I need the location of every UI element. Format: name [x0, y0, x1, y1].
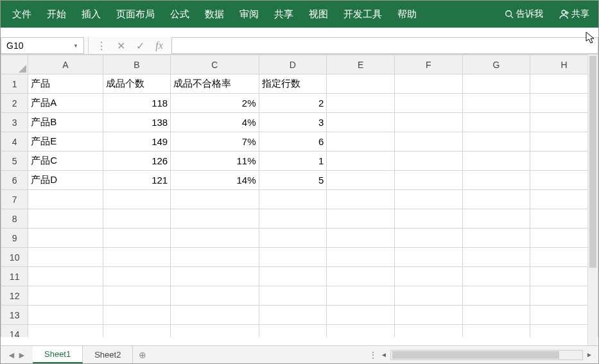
cell[interactable]: [462, 94, 530, 113]
cell[interactable]: [394, 190, 462, 209]
cell[interactable]: [259, 286, 327, 306]
cell[interactable]: 成品不合格率: [171, 74, 259, 94]
cell[interactable]: [259, 306, 327, 325]
cell[interactable]: 3: [259, 113, 327, 132]
cell[interactable]: [462, 171, 530, 190]
cell[interactable]: [28, 209, 103, 229]
cell[interactable]: [327, 74, 395, 94]
cell[interactable]: 5: [259, 171, 327, 190]
cell[interactable]: [171, 190, 259, 209]
cell[interactable]: [103, 209, 171, 229]
cell[interactable]: [171, 286, 259, 306]
cell[interactable]: 产品A: [28, 94, 103, 113]
cell[interactable]: [327, 267, 395, 286]
ribbon-tab-file[interactable]: 文件: [4, 1, 39, 28]
cell[interactable]: [394, 132, 462, 152]
share-button[interactable]: 共享: [553, 8, 595, 20]
scroll-thumb[interactable]: [392, 351, 559, 359]
row-header[interactable]: 10: [1, 248, 28, 267]
cell[interactable]: [394, 325, 462, 338]
cell[interactable]: [462, 306, 530, 325]
cell[interactable]: [103, 229, 171, 248]
row-header[interactable]: 3: [1, 113, 28, 132]
cell[interactable]: 7%: [171, 132, 259, 152]
cell[interactable]: [327, 94, 395, 113]
cell[interactable]: [171, 306, 259, 325]
cell[interactable]: [171, 267, 259, 286]
cell[interactable]: [28, 306, 103, 325]
cell[interactable]: [259, 229, 327, 248]
cell[interactable]: [327, 306, 395, 325]
cell[interactable]: [394, 74, 462, 94]
cell[interactable]: 121: [103, 171, 171, 190]
row-header[interactable]: 11: [1, 267, 28, 286]
ribbon-tab-layout[interactable]: 页面布局: [109, 1, 162, 28]
cell[interactable]: [259, 209, 327, 229]
cell[interactable]: 1: [259, 152, 327, 171]
row-header[interactable]: 5: [1, 152, 28, 171]
ribbon-tab-share[interactable]: 共享: [266, 1, 301, 28]
ribbon-tab-home[interactable]: 开始: [39, 1, 74, 28]
sheet-tab-1[interactable]: Sheet1: [33, 346, 83, 363]
cell[interactable]: 4%: [171, 113, 259, 132]
cell[interactable]: [394, 209, 462, 229]
col-header-B[interactable]: B: [103, 55, 171, 74]
hscroll-left-icon[interactable]: ◄: [379, 350, 389, 360]
col-header-F[interactable]: F: [394, 55, 462, 74]
cell[interactable]: [327, 132, 395, 152]
cell[interactable]: [171, 325, 259, 338]
cell[interactable]: [462, 229, 530, 248]
cell[interactable]: [462, 325, 530, 338]
formula-input[interactable]: [171, 37, 598, 54]
cell[interactable]: [327, 286, 395, 306]
cell[interactable]: [462, 74, 530, 94]
row-header[interactable]: 6: [1, 171, 28, 190]
cell[interactable]: [394, 286, 462, 306]
cell[interactable]: [462, 152, 530, 171]
row-header[interactable]: 14: [1, 325, 28, 338]
cell[interactable]: [28, 229, 103, 248]
cell[interactable]: [103, 190, 171, 209]
cell[interactable]: [462, 190, 530, 209]
cell[interactable]: [259, 248, 327, 267]
cell[interactable]: [103, 325, 171, 338]
cell[interactable]: [103, 248, 171, 267]
vertical-scrollbar[interactable]: [587, 55, 598, 345]
cell[interactable]: 118: [103, 94, 171, 113]
cell[interactable]: [28, 190, 103, 209]
cell[interactable]: [28, 325, 103, 338]
cell[interactable]: [28, 286, 103, 306]
fx-icon[interactable]: fx: [150, 37, 169, 54]
cell[interactable]: 6: [259, 132, 327, 152]
col-header-A[interactable]: A: [28, 55, 103, 74]
cell[interactable]: [327, 171, 395, 190]
cell[interactable]: [327, 190, 395, 209]
cell[interactable]: [462, 267, 530, 286]
cell[interactable]: 产品E: [28, 132, 103, 152]
row-header[interactable]: 8: [1, 209, 28, 229]
cell[interactable]: [394, 306, 462, 325]
spreadsheet-grid[interactable]: A B C D E F G H 1 产品 成品个数 成品不合格率 指定行数 2 …: [1, 55, 598, 337]
cell[interactable]: [394, 94, 462, 113]
cell[interactable]: 指定行数: [259, 74, 327, 94]
col-header-D[interactable]: D: [259, 55, 327, 74]
cell[interactable]: 2: [259, 94, 327, 113]
cell[interactable]: 产品: [28, 74, 103, 94]
hscroll-right-icon[interactable]: ►: [584, 350, 595, 360]
cell[interactable]: [394, 113, 462, 132]
ribbon-tab-help[interactable]: 帮助: [390, 1, 424, 28]
row-header[interactable]: 7: [1, 190, 28, 209]
row-header[interactable]: 4: [1, 132, 28, 152]
cell[interactable]: [259, 190, 327, 209]
select-all-corner[interactable]: [1, 55, 28, 74]
cell[interactable]: [327, 209, 395, 229]
chevron-down-icon[interactable]: ▼: [73, 43, 78, 49]
hscroll-grip-icon[interactable]: ⋮: [369, 350, 378, 360]
cell[interactable]: [394, 229, 462, 248]
cell[interactable]: [259, 325, 327, 338]
ribbon-tab-data[interactable]: 数据: [197, 1, 232, 28]
cell[interactable]: [171, 248, 259, 267]
cell[interactable]: 成品个数: [103, 74, 171, 94]
scroll-thumb[interactable]: [589, 56, 596, 268]
cell[interactable]: [103, 286, 171, 306]
